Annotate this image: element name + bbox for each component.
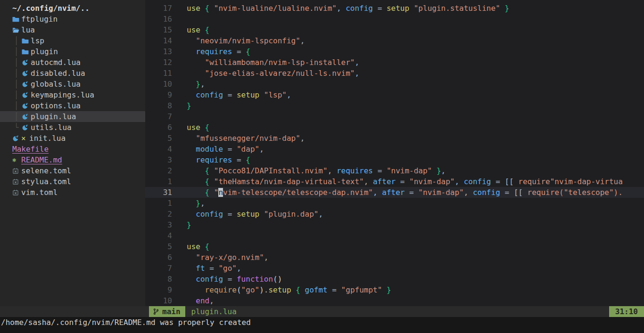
toml-icon (12, 189, 21, 196)
cursor-position: 31:10 (609, 306, 644, 317)
line-number: 10 (145, 79, 172, 89)
code-line[interactable]: 14 "neovim/nvim-lspconfig", (145, 35, 644, 46)
editor-buffer[interactable]: 17use { "nvim-lualine/lualine.nvim", con… (145, 0, 644, 306)
code-line[interactable]: 3 requires = { (145, 154, 644, 165)
line-text: } (172, 100, 191, 111)
tree-item-options-lua[interactable]: │options.lua (0, 100, 145, 111)
code-line[interactable]: 13 requires = { (145, 46, 644, 57)
code-line[interactable]: 8} (145, 100, 644, 111)
folder-closed-icon (22, 38, 31, 44)
file-label: selene.toml (21, 165, 71, 176)
code-line[interactable]: 17use { "nvim-lualine/lualine.nvim", con… (145, 3, 644, 14)
line-text: use { (172, 241, 209, 252)
line-text (172, 230, 187, 241)
code-line[interactable]: 7 ft = "go", (145, 263, 644, 274)
lua-icon (12, 135, 21, 142)
code-line[interactable]: 2 config = setup "plugin.dap", (145, 209, 644, 219)
git-branch-name: main (162, 306, 181, 317)
tree-item-plugin-lua[interactable]: │plugin.lua (0, 111, 145, 122)
line-text: use { (172, 24, 209, 35)
code-line[interactable]: 4 (145, 230, 644, 241)
code-line[interactable]: 9 config = setup "lsp", (145, 89, 644, 100)
code-line[interactable]: 6 "ray-x/go.nvim", (145, 252, 644, 263)
line-text: config = setup "plugin.dap", (172, 209, 323, 219)
tree-item-keymapings-lua[interactable]: │keymapings.lua (0, 89, 145, 100)
tree-item-autocmd-lua[interactable]: │autocmd.lua (0, 57, 145, 68)
code-line[interactable]: 12 "williamboman/nvim-lsp-installer", (145, 57, 644, 68)
line-number: 8 (145, 100, 172, 111)
code-line[interactable]: 5 "mfussenegger/nvim-dap", (145, 133, 644, 144)
tree-item-readme-md[interactable]: ✱README.md (0, 154, 145, 165)
tree-item-globals-lua[interactable]: │globals.lua (0, 79, 145, 89)
line-text: end, (172, 295, 214, 306)
tree-indent-guide: │ (14, 79, 22, 89)
tree-indent-guide: └ (14, 122, 22, 133)
file-label: lsp (31, 35, 44, 46)
line-text: "ray-x/go.nvim", (172, 252, 268, 263)
line-number: 6 (145, 252, 172, 263)
tree-item-lua[interactable]: lua (0, 24, 145, 35)
code-line[interactable]: 10 }, (145, 79, 644, 89)
statusline-filename: plugin.lua (191, 306, 237, 317)
folder-closed-icon (22, 49, 31, 55)
tree-item-utils-lua[interactable]: └utils.lua (0, 122, 145, 133)
line-number: 14 (145, 35, 172, 46)
tree-item-disabled-lua[interactable]: │disabled.lua (0, 68, 145, 79)
code-line[interactable]: 9 require("go").setup { gofmt = "gpfumpt… (145, 284, 644, 295)
explorer-root-path[interactable]: ~/.config/nvim/.. (0, 3, 145, 14)
line-number: 4 (145, 230, 172, 241)
tree-item-plugin[interactable]: │plugin (0, 46, 145, 57)
lua-icon (22, 114, 31, 120)
code-line[interactable]: 15use { (145, 24, 644, 35)
line-number: 3 (145, 219, 172, 230)
tree-item-lsp[interactable]: │lsp (0, 35, 145, 46)
code-line[interactable]: 3} (145, 219, 644, 230)
code-line[interactable]: 11 "jose-elias-alvarez/null-ls.nvim", (145, 68, 644, 79)
line-text: { "Pocco81/DAPInstall.nvim", requires = … (172, 165, 446, 176)
line-text: use { "nvim-lualine/lualine.nvim", confi… (172, 3, 509, 14)
tree-item-stylua-toml[interactable]: stylua.toml (0, 176, 145, 187)
file-label: globals.lua (31, 79, 81, 89)
code-line[interactable]: 8 config = function() (145, 274, 644, 284)
git-branch-segment: main (149, 306, 185, 317)
tree-item-init-lua[interactable]: ×init.lua (0, 133, 145, 144)
line-text: module = "dap", (172, 144, 264, 154)
lua-icon (22, 70, 31, 77)
tree-item-makefile[interactable]: Makefile (0, 144, 145, 154)
code-line[interactable]: 1 }, (145, 198, 644, 209)
code-line[interactable]: 10 end, (145, 295, 644, 306)
file-label: lua (21, 24, 35, 35)
code-line[interactable]: 2 { "Pocco81/DAPInstall.nvim", requires … (145, 165, 644, 176)
line-text: { "theHamsta/nvim-dap-virtual-text", aft… (172, 176, 623, 187)
file-label: options.lua (31, 100, 81, 111)
tree-indent-guide: │ (14, 100, 22, 111)
tree-item-ftplugin[interactable]: ftplugin (0, 14, 145, 24)
code-line[interactable]: 5use { (145, 241, 644, 252)
line-text (172, 111, 187, 122)
git-branch-icon (153, 308, 162, 315)
line-number: 1 (145, 198, 172, 209)
code-line[interactable]: 7 (145, 111, 644, 122)
tree-item-selene-toml[interactable]: selene.toml (0, 165, 145, 176)
cursor-block: n (218, 188, 223, 197)
lua-icon (22, 92, 31, 98)
code-line[interactable]: 16 (145, 14, 644, 24)
line-text (172, 14, 187, 24)
tree-item-vim-toml[interactable]: vim.toml (0, 187, 145, 198)
line-text: }, (172, 79, 205, 89)
code-line-current[interactable]: 31 { "nvim-telescope/telescope-dap.nvim"… (145, 187, 644, 198)
code-line[interactable]: 4 module = "dap", (145, 144, 644, 154)
line-number: 2 (145, 209, 172, 219)
star-icon: ✱ (12, 154, 21, 165)
line-text: ft = "go", (172, 263, 241, 274)
lua-icon (22, 124, 31, 131)
file-explorer: ~/.config/nvim/.. ftpluginlua│lsp│plugin… (0, 0, 145, 306)
code-line[interactable]: 6use { (145, 122, 644, 133)
code-line[interactable]: 1 { "theHamsta/nvim-dap-virtual-text", a… (145, 176, 644, 187)
line-text: require("go").setup { gofmt = "gpfumpt" … (172, 284, 391, 295)
line-text: "neovim/nvim-lspconfig", (172, 35, 305, 46)
file-label: Makefile (12, 144, 49, 154)
line-text: "mfussenegger/nvim-dap", (172, 133, 305, 144)
line-number: 9 (145, 284, 172, 295)
tree-indent-guide: │ (14, 35, 22, 46)
